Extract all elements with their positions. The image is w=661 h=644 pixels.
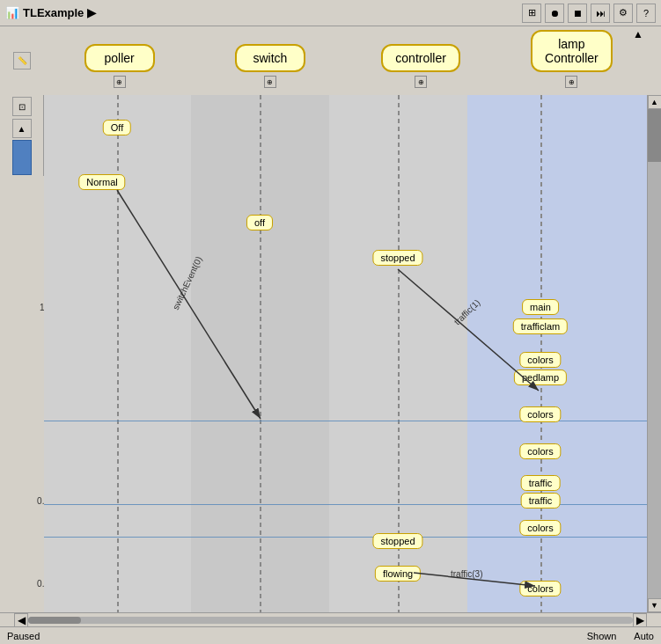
ruler-icon[interactable]: 📏 [13,52,31,70]
title-bar: 📊 TLExample ▶ ⊞ ⏺ ⏹ ⏭ ⚙ ? [0,0,661,26]
status-bar: Paused Shown Auto [0,626,661,644]
vscroll-up-btn[interactable]: ▲ [648,95,662,109]
actor-switch-pin[interactable]: ⊕ [264,76,276,88]
zoom-highlight [12,140,32,175]
state-colors-lamp1: colors [519,352,561,368]
state-pedlamp-lamp: pedlamp [514,370,567,385]
lifeline-line-switch [260,95,261,612]
actor-lampcontroller-pin[interactable]: ⊕ [565,76,577,88]
state-stopped-controller: stopped [372,250,422,266]
state-traffic-lamp1: traffic [521,475,561,491]
help-button[interactable]: ? [636,4,656,23]
state-off-switch: off [246,215,273,231]
hscroll-track[interactable] [28,617,633,624]
vertical-scrollbar: ▲ ▼ [647,95,661,612]
state-off-poller: Off [103,120,131,135]
state-colors-lamp2: colors [519,406,561,422]
actor-switch-label: switch [253,51,287,65]
state-stopped-controller2: stopped [372,533,422,549]
state-flowing-controller: flowing [375,566,421,582]
actor-lampcontroller-label: lampController [545,37,599,65]
main-container: 📏 ▲ poller ⊕ switch ⊕ c [0,26,661,644]
actor-controller-pin[interactable]: ⊕ [415,76,427,88]
title-arrow-icon: ▶ [87,6,96,19]
actor-header-lanes: ▲ poller ⊕ switch ⊕ controller ⊕ [44,26,647,95]
status-shown: Shown [587,631,617,641]
actor-controller-label: controller [395,51,446,65]
actor-poller-label: poller [105,51,135,65]
titlebar-right: ⊞ ⏺ ⏹ ⏭ ⚙ ? [522,4,656,23]
actor-poller[interactable]: poller [84,44,155,72]
hscroll-thumb[interactable] [28,617,81,624]
titlebar-left: 📊 TLExample ▶ [5,6,96,19]
statusbar-right: Shown Auto [587,631,654,641]
grid-button[interactable]: ⊞ [522,4,541,23]
vscroll-down-btn[interactable]: ▼ [648,598,662,612]
hscroll-right-btn[interactable]: ▶ [633,613,647,627]
window-icon: 📊 [5,6,19,19]
separator-4 [44,537,647,538]
state-trafficlam-lamp: trafficlam [513,318,568,334]
horizontal-scrollbar: ◀ ▶ [0,612,661,626]
zoom-up-btn[interactable]: ▲ [12,119,32,138]
content-area: ⊡ ▲ 0 10 0.1 0.2 4 [0,95,661,612]
actor-switch[interactable]: switch [235,44,305,72]
state-traffic-lamp2: traffic [521,493,561,509]
hscroll-left-btn[interactable]: ◀ [14,613,28,627]
settings-button[interactable]: ⚙ [613,4,633,23]
record-button[interactable]: ⏺ [545,4,564,23]
vscroll-thumb[interactable] [648,109,662,162]
step-button[interactable]: ⏭ [591,4,610,23]
lifeline-line-poller [117,95,119,612]
state-colors-lamp5: colors [519,581,561,596]
state-normal-poller: Normal [78,174,125,190]
actor-header: 📏 ▲ poller ⊕ switch ⊕ c [0,26,661,95]
status-paused: Paused [7,631,40,641]
diagram-area[interactable]: Off Normal off stopped main trafficlam c… [44,95,647,612]
vscroll-track[interactable] [648,109,662,598]
scroll-top-btn[interactable]: ▲ [633,28,647,42]
actor-poller-pin[interactable]: ⊕ [114,76,126,88]
state-colors-lamp3: colors [519,443,561,459]
state-main-lamp: main [522,299,559,315]
status-auto: Auto [634,631,654,641]
window-title: TLExample [23,6,84,19]
actor-controller[interactable]: controller [381,44,460,72]
zoom-fit-btn[interactable]: ⊡ [12,97,32,116]
state-colors-lamp4: colors [519,520,561,536]
actor-lampcontroller[interactable]: lampController [531,30,613,72]
stop-button[interactable]: ⏹ [568,4,587,23]
